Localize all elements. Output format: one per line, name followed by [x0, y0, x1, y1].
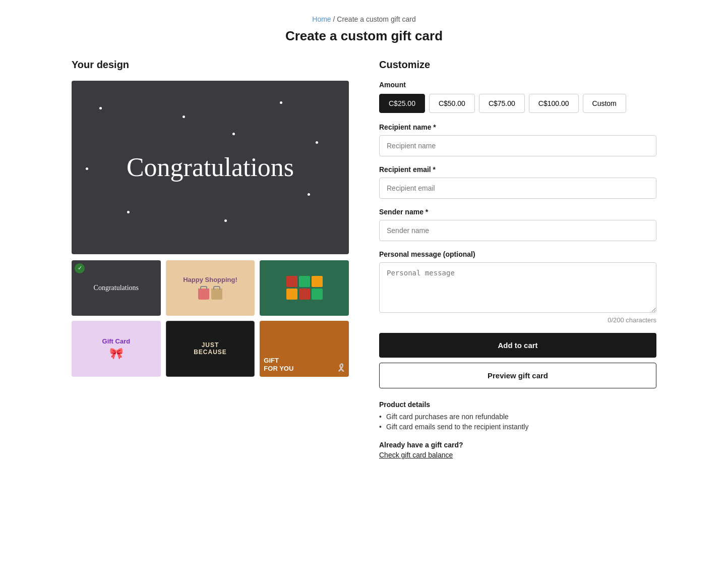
amount-btn-75[interactable]: C$75.00	[479, 94, 525, 113]
already-have-label: Already have a gift card?	[379, 441, 656, 449]
customize-section: Customize Amount C$25.00 C$50.00 C$75.00…	[379, 59, 656, 459]
gift-bow-icon: 🎀	[109, 347, 123, 360]
personal-message-input[interactable]	[379, 262, 656, 313]
product-details: Product details Gift card purchases are …	[379, 400, 656, 431]
personal-message-field: Personal message (optional) 0/200 charac…	[379, 250, 656, 324]
design-section: Your design Congratulations	[72, 59, 349, 377]
silver-bow-icon: 🎗	[336, 363, 346, 374]
design-section-title: Your design	[72, 59, 349, 71]
amount-label: Amount	[379, 81, 656, 89]
recipient-email-label: Recipient email *	[379, 165, 656, 174]
recipient-name-field: Recipient name *	[379, 123, 656, 156]
product-detail-item-1: Gift card purchases are non refundable	[379, 413, 656, 421]
decoration-dots	[72, 81, 349, 254]
product-details-list: Gift card purchases are non refundable G…	[379, 413, 656, 431]
amount-btn-25[interactable]: C$25.00	[379, 94, 425, 113]
preview-gift-card-button[interactable]: Preview gift card	[379, 363, 656, 388]
thumbnail-gift-for-you[interactable]: GIFTFOR YOU 🎗	[260, 321, 349, 376]
main-gift-card-image: Congratulations	[72, 81, 349, 254]
recipient-email-field: Recipient email *	[379, 165, 656, 199]
amount-btn-100[interactable]: C$100.00	[529, 94, 579, 113]
customize-section-title: Customize	[379, 59, 656, 71]
sender-name-input[interactable]	[379, 220, 656, 241]
recipient-name-label: Recipient name *	[379, 123, 656, 131]
recipient-name-input[interactable]	[379, 135, 656, 156]
thumbnail-grid: ✓ Congratulations Happy Shopping!	[72, 260, 349, 377]
product-detail-item-2: Gift card emails send to the recipient i…	[379, 423, 656, 431]
page-title: Create a custom gift card	[72, 28, 656, 44]
char-count: 0/200 characters	[379, 316, 656, 324]
gift-boxes-decoration	[286, 276, 323, 300]
just-because-text: JUSTBECAUSE	[194, 341, 227, 356]
thumb-gift-card-title: Gift Card	[102, 337, 131, 345]
thumbnail-just-because[interactable]: JUSTBECAUSE	[166, 321, 255, 376]
thumbnail-gift-boxes[interactable]	[260, 260, 349, 316]
breadcrumb-current: Create a custom gift card	[337, 15, 415, 23]
thumb-congrats-text: Congratulations	[91, 281, 141, 295]
sender-name-field: Sender name *	[379, 208, 656, 241]
amount-btn-custom[interactable]: Custom	[583, 94, 626, 113]
thumb-happy-shopping-text: Happy Shopping!	[183, 276, 237, 283]
thumb-gift-for-you-text: GIFTFOR YOU	[264, 357, 293, 372]
amount-btn-50[interactable]: C$50.00	[429, 94, 475, 113]
selected-checkmark: ✓	[75, 263, 85, 273]
check-gift-card-balance-link[interactable]: Check gift card balance	[379, 451, 453, 459]
thumbnail-happy-shopping[interactable]: Happy Shopping!	[166, 260, 255, 316]
thumbnail-gift-card-purple[interactable]: Gift Card 🎀	[72, 321, 161, 376]
thumbnail-congrats[interactable]: ✓ Congratulations	[72, 260, 161, 316]
add-to-cart-button[interactable]: Add to cart	[379, 333, 656, 358]
personal-message-label: Personal message (optional)	[379, 250, 656, 258]
breadcrumb: Home / Create a custom gift card	[72, 15, 656, 23]
product-details-title: Product details	[379, 400, 656, 409]
recipient-email-input[interactable]	[379, 178, 656, 199]
amount-field: Amount C$25.00 C$50.00 C$75.00 C$100.00 …	[379, 81, 656, 113]
sender-name-label: Sender name *	[379, 208, 656, 216]
amount-buttons-group: C$25.00 C$50.00 C$75.00 C$100.00 Custom	[379, 94, 656, 113]
already-have-gift-card-section: Already have a gift card? Check gift car…	[379, 441, 656, 459]
breadcrumb-home[interactable]: Home	[312, 15, 331, 23]
shopping-bags-icon	[198, 289, 222, 300]
